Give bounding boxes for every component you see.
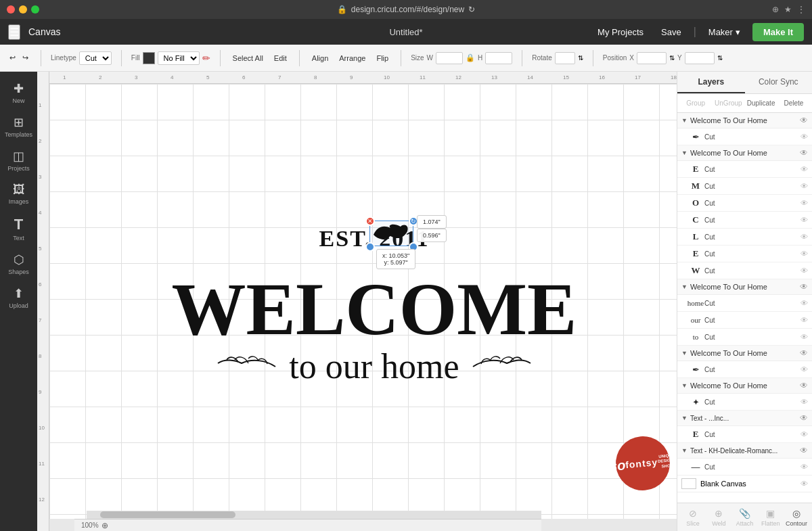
make-it-button[interactable]: Make It: [752, 23, 804, 41]
close-traffic-light[interactable]: [7, 5, 15, 14]
left-tool-templates[interactable]: ⊞ Templates: [3, 111, 35, 142]
layer-eye-O[interactable]: 👁: [800, 199, 808, 207]
layer-item-L[interactable]: L Cut 👁: [677, 229, 812, 246]
scale-handle-bl[interactable]: [365, 242, 375, 252]
eye-icon-4[interactable]: 👁: [800, 348, 808, 358]
height-input[interactable]: 0.596: [485, 52, 512, 64]
y-arrows[interactable]: ⇅: [717, 54, 723, 62]
slice-button[interactable]: ⊘ Slice: [680, 505, 706, 530]
layer-eye-E2[interactable]: 👁: [800, 250, 808, 258]
eye-icon-2[interactable]: 👁: [800, 148, 808, 158]
layer-group-3[interactable]: ▼ Welcome To Our Home 👁: [677, 279, 812, 295]
layer-eye-to[interactable]: 👁: [800, 333, 808, 341]
eye-icon-7[interactable]: 👁: [800, 446, 808, 455]
layer-eye-W[interactable]: 👁: [800, 267, 808, 275]
bookmark-icon[interactable]: ★: [784, 5, 792, 14]
flatten-button[interactable]: ▣ Flatten: [758, 505, 784, 530]
layer-eye-home[interactable]: 👁: [800, 299, 808, 307]
layer-item-our[interactable]: our Cut 👁: [677, 312, 812, 329]
layer-group-7[interactable]: ▼ Text - KH-Delicate-Romanc... 👁: [677, 443, 812, 459]
save-button[interactable]: Save: [656, 24, 687, 40]
canvas-area[interactable]: 1 2 3 4 5 6 7 8 9 10 11 12 13 14 15 16 1…: [37, 72, 677, 531]
delete-button[interactable]: Delete: [778, 97, 809, 110]
layer-eye-L[interactable]: 👁: [800, 233, 808, 241]
contour-button[interactable]: ◎ Contour: [784, 505, 809, 530]
h-scrollbar[interactable]: [87, 511, 541, 519]
weld-button[interactable]: ⊕ Weld: [706, 505, 731, 530]
maker-button[interactable]: Maker ▾: [703, 24, 746, 40]
pen-icon[interactable]: ✏: [202, 53, 210, 64]
my-projects-button[interactable]: My Projects: [592, 24, 649, 40]
duplicate-button[interactable]: Duplicate: [746, 97, 777, 110]
eye-icon-3[interactable]: 👁: [800, 282, 808, 292]
layer-eye-4[interactable]: 👁: [800, 365, 808, 373]
layer-item-1[interactable]: ✒ Cut 👁: [677, 129, 812, 145]
fill-color-box[interactable]: [143, 52, 155, 64]
layer-item-O[interactable]: O Cut 👁: [677, 195, 812, 212]
align-button[interactable]: Align: [309, 53, 331, 64]
tab-layers[interactable]: Layers: [677, 72, 745, 93]
zoom-controls[interactable]: 100% ⊕: [81, 521, 108, 530]
layer-item-E3[interactable]: E Cut 👁: [677, 426, 812, 443]
layer-item-home[interactable]: home Cut 👁: [677, 295, 812, 312]
attach-button[interactable]: 📎 Attach: [731, 505, 757, 530]
layer-item-W[interactable]: W Cut 👁: [677, 262, 812, 279]
layer-group-6[interactable]: ▼ Text - ...Inc... 👁: [677, 411, 812, 426]
layer-item-M[interactable]: M Cut 👁: [677, 178, 812, 195]
edit-button[interactable]: Edit: [271, 53, 290, 64]
left-tool-upload[interactable]: ⬆ Upload: [3, 282, 35, 313]
x-arrows[interactable]: ⇅: [669, 54, 675, 62]
left-tool-text[interactable]: T Text: [3, 212, 35, 246]
layer-eye-1[interactable]: 👁: [800, 133, 808, 141]
eye-icon-1[interactable]: 👁: [800, 116, 808, 125]
layer-item-cut4[interactable]: ✒ Cut 👁: [677, 361, 812, 378]
fill-select[interactable]: No Fill: [158, 51, 200, 65]
x-input[interactable]: 10.095: [637, 52, 667, 64]
left-tool-images[interactable]: 🖼 Images: [3, 179, 35, 209]
layer-group-2[interactable]: ▼ Welcome To Our Home 👁: [677, 145, 812, 161]
flip-button[interactable]: Flip: [374, 53, 391, 64]
layer-eye-C[interactable]: 👁: [800, 216, 808, 224]
fullscreen-traffic-light[interactable]: [31, 5, 39, 14]
canvas-content[interactable]: THE SMITHS EST. 2011: [49, 84, 677, 519]
eye-icon-blank[interactable]: 👁: [800, 480, 808, 488]
layer-eye-E[interactable]: 👁: [800, 165, 808, 173]
minimize-traffic-light[interactable]: [19, 5, 27, 14]
layer-item-cut5[interactable]: ✦ Cut 👁: [677, 394, 812, 411]
layer-eye-E3[interactable]: 👁: [800, 430, 808, 438]
linetype-select[interactable]: Cut: [79, 51, 112, 65]
redo-button[interactable]: ↪: [20, 52, 31, 64]
left-tool-shapes[interactable]: ⬡ Shapes: [3, 248, 35, 279]
layer-item-to[interactable]: to Cut 👁: [677, 329, 812, 346]
eye-icon-6[interactable]: 👁: [800, 413, 808, 423]
y-input[interactable]: 4.639: [685, 52, 715, 64]
width-input[interactable]: 1.074: [436, 52, 463, 64]
arrange-button[interactable]: Arrange: [336, 53, 368, 64]
layer-item-C[interactable]: C Cut 👁: [677, 212, 812, 229]
menu-icon[interactable]: ⋮: [797, 5, 805, 14]
group-button[interactable]: Group: [680, 97, 711, 110]
zoom-icon[interactable]: ⊕: [102, 521, 108, 530]
rotate-arrows[interactable]: ⇅: [578, 54, 583, 62]
tab-color-sync[interactable]: Color Sync: [745, 72, 813, 93]
layer-item-E2[interactable]: E Cut 👁: [677, 246, 812, 262]
layer-group-5[interactable]: ▼ Welcome To Our Home 👁: [677, 378, 812, 394]
layer-group-4[interactable]: ▼ Welcome To Our Home 👁: [677, 346, 812, 361]
layer-item-dash[interactable]: — Cut 👁: [677, 459, 812, 476]
lock-ratio-icon[interactable]: 🔒: [466, 53, 475, 62]
selection-box[interactable]: [369, 221, 413, 246]
layer-eye-dash[interactable]: 👁: [800, 463, 808, 471]
extension-icon[interactable]: ⊕: [772, 5, 779, 14]
layer-eye-M[interactable]: 👁: [800, 182, 808, 190]
undo-button[interactable]: ↩: [7, 52, 18, 64]
layer-eye-our[interactable]: 👁: [800, 316, 808, 324]
left-tool-new[interactable]: ✚ New: [3, 77, 35, 108]
layer-item-E[interactable]: E Cut 👁: [677, 161, 812, 178]
rotate-input[interactable]: 0: [555, 52, 575, 64]
eye-icon-5[interactable]: 👁: [800, 381, 808, 390]
left-tool-projects[interactable]: ◫ Projects: [3, 145, 35, 176]
scrollbar-thumb[interactable]: [100, 511, 235, 518]
hamburger-button[interactable]: ☰: [8, 24, 20, 40]
select-all-button[interactable]: Select All: [230, 53, 266, 64]
layer-group-1[interactable]: ▼ Welcome To Our Home 👁: [677, 113, 812, 129]
